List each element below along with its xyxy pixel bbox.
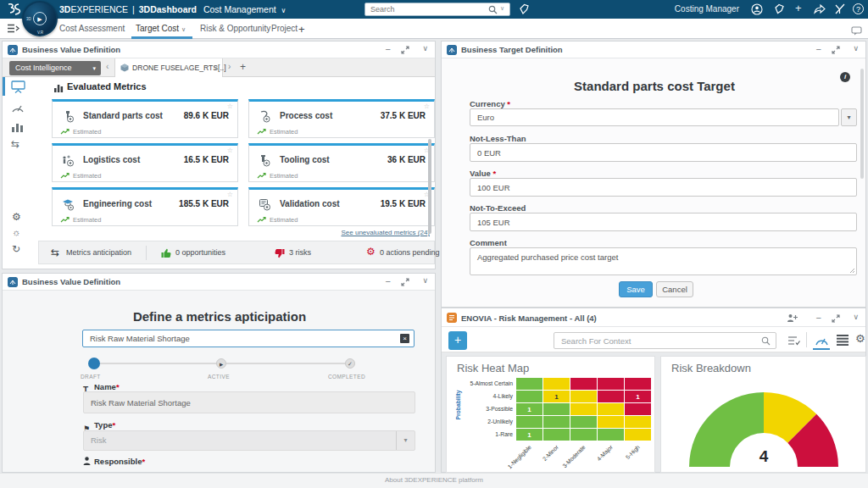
minimize-icon[interactable]: −: [816, 44, 821, 54]
type-select[interactable]: Risk ▾: [83, 430, 415, 451]
context-label[interactable]: Cost Management: [199, 4, 276, 14]
tab-target-cost-chevron-icon[interactable]: ∨: [181, 26, 186, 32]
tab-project[interactable]: Project: [271, 24, 298, 33]
swym-icon[interactable]: [834, 3, 845, 14]
heatmap-cell: [598, 391, 624, 402]
scrollbar[interactable]: [428, 139, 431, 234]
tab-scroll-right-icon[interactable]: ›: [228, 62, 231, 71]
favorite-icon[interactable]: ☆: [227, 147, 233, 154]
panel-menu-chevron-icon[interactable]: ∨: [422, 276, 428, 285]
metric-card-tooling[interactable]: ☆ Tooling cost 36 K EUR Estimated: [248, 143, 435, 182]
tab-cost-assessment[interactable]: Cost Assessment: [59, 24, 125, 33]
context-chevron-icon[interactable]: ∨: [279, 7, 287, 14]
content-tab-label[interactable]: DRONE FUSELAGE_RTS[..]: [132, 64, 226, 72]
debug-icon[interactable]: ☼: [12, 227, 20, 237]
metric-card-validation[interactable]: ☆ Validation cost 19.5 K EUR Estimated: [248, 187, 435, 226]
search-scope-chevron-icon[interactable]: ∨: [500, 5, 504, 12]
3ds-logo-icon[interactable]: [5, 3, 22, 16]
comment-textarea[interactable]: Aggregated purchased price cost target: [470, 247, 857, 275]
filter-icon[interactable]: [787, 336, 800, 347]
minimize-icon[interactable]: −: [386, 44, 391, 54]
metric-value: 36 K EUR: [387, 155, 426, 164]
chat-icon[interactable]: [851, 26, 862, 36]
bar-chart-view-icon[interactable]: [11, 121, 24, 132]
metric-card-engineering[interactable]: ☆ Engineering cost 185.5 K EUR Estimated: [52, 187, 238, 226]
currency-select[interactable]: Euro: [470, 108, 839, 126]
expand-icon[interactable]: [401, 278, 409, 286]
gauge-view-icon[interactable]: [11, 103, 25, 113]
metric-card-process[interactable]: ☆ Process cost 37.5 K EUR Estimated: [248, 99, 435, 138]
add-risk-button[interactable]: +: [448, 331, 467, 350]
share-user-icon[interactable]: [787, 313, 798, 323]
content-tab-chevron-icon[interactable]: ∨: [214, 64, 218, 71]
step-active-dot[interactable]: ▶: [216, 358, 226, 369]
panel-menu-chevron-icon[interactable]: ∨: [422, 44, 428, 53]
minimize-icon[interactable]: −: [386, 276, 391, 286]
expand-icon[interactable]: [832, 46, 840, 54]
source-dropdown[interactable]: Cost Intelligence ▾: [9, 61, 101, 75]
favorite-icon[interactable]: ☆: [424, 103, 430, 110]
expand-icon[interactable]: [832, 314, 840, 323]
favorite-icon[interactable]: ☆: [227, 191, 233, 198]
value-input[interactable]: 100 EUR: [470, 178, 857, 197]
heatmap-row-label: 1-Rare: [447, 429, 513, 441]
view-settings-icon[interactable]: ⚙: [855, 332, 865, 345]
risks-label[interactable]: 3 risks: [289, 248, 311, 257]
widget-app-icon: [447, 45, 457, 55]
actions-pending-label[interactable]: 0 actions pending: [380, 248, 440, 257]
tab-scroll-left-icon[interactable]: ‹: [106, 62, 108, 71]
user-icon[interactable]: [751, 3, 763, 15]
not-less-than-input[interactable]: 0 EUR: [470, 143, 857, 162]
minimize-icon[interactable]: −: [816, 313, 821, 323]
panel-menu-chevron-icon[interactable]: ∨: [853, 313, 859, 321]
panel-menu-chevron-icon[interactable]: ∨: [853, 44, 859, 53]
compass-3d-label[interactable]: 3D: [26, 17, 31, 21]
tab-risk-opportunity[interactable]: Risk & Opportunity: [200, 24, 270, 33]
play-icon[interactable]: ▶: [33, 12, 47, 25]
help-icon[interactable]: ?: [853, 3, 864, 14]
add-tab-icon[interactable]: +: [298, 23, 305, 36]
share-icon[interactable]: [814, 3, 826, 14]
scrollbar[interactable]: [860, 69, 864, 179]
content-tab-drone-fuselage[interactable]: DRONE FUSELAGE_RTS[..] ∨: [114, 58, 223, 77]
tab-target-cost[interactable]: Target Cost ∨: [136, 24, 186, 33]
not-to-exceed-input[interactable]: 105 EUR: [470, 213, 857, 231]
refresh-icon[interactable]: ↻: [12, 243, 20, 255]
favorite-icon[interactable]: ☆: [227, 103, 233, 110]
source-dropdown-arrow-icon[interactable]: ▾: [92, 61, 96, 75]
flow-view-icon[interactable]: ⇆: [11, 138, 19, 150]
about-link[interactable]: About 3DEXPERIENCE platform: [385, 476, 483, 484]
context-search-field[interactable]: Search For Context: [554, 332, 776, 349]
resize-handle-icon[interactable]: [849, 268, 855, 274]
cancel-button[interactable]: Cancel: [656, 281, 693, 297]
metric-card-logistics[interactable]: ☆ Logistics cost 16.5 K EUR Estimated: [52, 143, 238, 182]
step-draft-dot[interactable]: [88, 358, 100, 369]
currency-select-arrow-icon[interactable]: ▾: [841, 108, 857, 126]
anticipation-search-field[interactable]: Risk Raw Material Shortage ×: [82, 330, 415, 347]
settings-icon[interactable]: ⚙: [12, 211, 21, 223]
search-icon[interactable]: [488, 5, 498, 14]
step-completed-dot[interactable]: ✓: [345, 358, 355, 369]
add-content-icon[interactable]: +: [795, 2, 802, 14]
compass-tag-icon[interactable]: [774, 3, 785, 14]
metric-card-standard-parts[interactable]: ☆ Standard parts cost 89.6 K EUR Estimat…: [52, 99, 238, 138]
gauge-view-icon[interactable]: [815, 335, 829, 346]
add-content-tab-icon[interactable]: +: [240, 61, 246, 73]
panel-toggle-icon[interactable]: [7, 24, 20, 33]
user-role-label[interactable]: Costing Manager: [675, 0, 739, 19]
type-select-arrow-icon[interactable]: ▾: [396, 431, 415, 450]
name-input[interactable]: Risk Raw Material Shortage: [83, 391, 415, 413]
save-button[interactable]: Save: [619, 281, 653, 297]
anticipation-label[interactable]: Metrics anticipation: [66, 248, 131, 257]
unevaluated-metrics-link[interactable]: See unevaluated metrics (24): [342, 229, 431, 236]
opportunities-label[interactable]: 0 opportunities: [175, 248, 225, 257]
list-view-icon[interactable]: [837, 335, 849, 346]
anticipation-icon[interactable]: ⇆: [51, 247, 59, 258]
search-icon[interactable]: [761, 336, 771, 346]
dashboard-view-icon[interactable]: [11, 80, 25, 93]
compass-vr-label[interactable]: V.R: [37, 30, 43, 35]
clear-icon[interactable]: ×: [400, 334, 409, 343]
tag-icon[interactable]: [519, 3, 530, 14]
compass-button[interactable]: ▶ 3D V.R: [22, 1, 58, 36]
expand-icon[interactable]: [401, 46, 409, 54]
